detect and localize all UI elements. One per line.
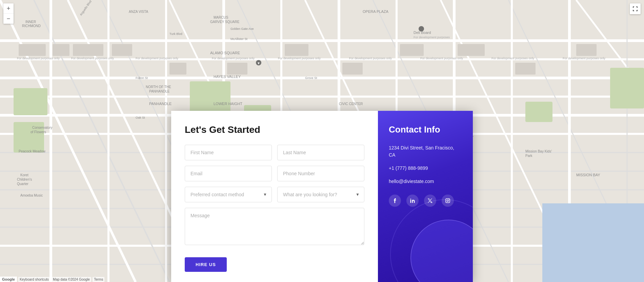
email-phone-row — [185, 166, 364, 181]
svg-text:MARCUS: MARCUS — [214, 16, 228, 19]
map-data-attribution: Map data ©2024 Google — [52, 277, 91, 282]
svg-text:For development purposes only: For development purposes only — [420, 57, 463, 60]
first-name-field — [185, 145, 272, 160]
svg-text:ALAMO SQUARE: ALAMO SQUARE — [210, 51, 240, 55]
svg-rect-38 — [14, 88, 47, 115]
contact-method-select[interactable]: Preferred contact method Email Phone Tex… — [185, 187, 272, 202]
svg-text:For development purposes: For development purposes — [414, 36, 450, 39]
submit-button[interactable]: HIRE US — [185, 257, 227, 272]
facebook-icon[interactable] — [389, 195, 401, 207]
svg-rect-46 — [112, 44, 132, 56]
contact-email: hello@diviestate.com — [389, 178, 462, 185]
svg-text:Turk Blvd: Turk Blvd — [169, 32, 182, 36]
svg-text:INNER: INNER — [25, 20, 36, 24]
svg-text:PANHANDLE: PANHANDLE — [149, 102, 172, 106]
linkedin-icon[interactable] — [406, 195, 419, 207]
zoom-in-button[interactable]: + — [3, 3, 14, 14]
svg-point-105 — [449, 199, 449, 200]
looking-for-select[interactable]: What are you looking for? Buying Selling… — [277, 187, 364, 202]
svg-text:MISSION BAY: MISSION BAY — [576, 173, 600, 177]
last-name-field — [277, 145, 364, 160]
keyboard-shortcuts-link[interactable]: Keyboard shortcuts — [18, 277, 50, 282]
svg-rect-41 — [525, 102, 552, 122]
svg-rect-36 — [190, 81, 230, 115]
svg-text:OPERA PLAZA: OPERA PLAZA — [363, 9, 388, 14]
svg-rect-40 — [610, 68, 644, 108]
form-title: Let's Get Started — [185, 124, 364, 135]
fullscreen-icon — [632, 6, 638, 12]
google-attribution: Google Keyboard shortcuts Map data ©2024… — [0, 277, 104, 282]
svg-text:Grove St: Grove St — [305, 76, 317, 80]
first-name-input[interactable] — [185, 145, 272, 160]
svg-rect-50 — [342, 63, 363, 75]
svg-rect-52 — [458, 44, 485, 56]
social-icons — [389, 195, 462, 207]
svg-text:HAYES VALLEY: HAYES VALLEY — [214, 75, 241, 79]
contact-address: 1234 Divi Street, San Fracisco, CA — [389, 144, 462, 159]
svg-rect-47 — [169, 63, 186, 75]
phone-field — [277, 166, 364, 181]
svg-text:For development purposes only: For development purposes only — [136, 57, 179, 60]
svg-text:NORTH OF THE: NORTH OF THE — [146, 85, 171, 89]
svg-text:Fulton St: Fulton St — [136, 76, 148, 80]
svg-text:▼: ▼ — [257, 61, 260, 65]
svg-text:Children's: Children's — [17, 178, 32, 181]
svg-text:of Flowers: of Flowers — [31, 130, 46, 134]
svg-text:Park: Park — [525, 154, 533, 158]
message-field — [185, 208, 364, 246]
svg-text:For development purposes only: For development purposes only — [278, 57, 321, 60]
map-controls: + − — [3, 3, 14, 24]
svg-text:RICHMOND: RICHMOND — [22, 24, 41, 28]
message-row — [185, 208, 364, 246]
message-input[interactable] — [185, 208, 364, 245]
email-field — [185, 166, 272, 181]
svg-rect-42 — [542, 203, 644, 282]
modal-container: Let's Get Started Preferred contact meth… — [171, 111, 473, 282]
svg-text:Mission Bay Kids': Mission Bay Kids' — [525, 149, 552, 153]
svg-rect-53 — [515, 63, 536, 75]
instagram-icon[interactable] — [442, 195, 454, 207]
email-input[interactable] — [185, 166, 272, 181]
svg-text:Koret: Koret — [20, 173, 28, 177]
svg-text:Amoeba Music: Amoeba Music — [20, 194, 43, 197]
terms-link[interactable]: Terms — [93, 277, 104, 282]
contact-panel: Contact Info 1234 Divi Street, San Fraci… — [378, 111, 473, 282]
svg-rect-44 — [53, 44, 69, 56]
svg-rect-45 — [73, 44, 103, 56]
svg-text:Peacock Meadow: Peacock Meadow — [19, 149, 46, 153]
contact-phone: +1 (777) 888-9899 — [389, 165, 462, 172]
svg-text:For development purposes only: For development purposes only — [491, 57, 535, 60]
svg-text:Deli Board: Deli Board — [414, 31, 431, 35]
svg-rect-43 — [19, 44, 46, 56]
svg-rect-48 — [227, 63, 247, 75]
svg-rect-54 — [576, 44, 597, 56]
name-row — [185, 145, 364, 160]
svg-text:Golden Gate Ave: Golden Gate Ave — [230, 27, 254, 31]
fullscreen-button[interactable] — [630, 3, 641, 14]
svg-text:For development purposes only: For development purposes only — [212, 57, 255, 60]
svg-text:For development purposes only: For development purposes only — [17, 57, 60, 60]
svg-text:Conservatory: Conservatory — [32, 126, 52, 129]
svg-point-104 — [447, 200, 449, 202]
zoom-out-button[interactable]: − — [3, 14, 14, 24]
looking-for-wrapper: What are you looking for? Buying Selling… — [277, 187, 364, 202]
form-panel: Let's Get Started Preferred contact meth… — [171, 111, 378, 282]
contact-method-wrapper: Preferred contact method Email Phone Tex… — [185, 187, 272, 202]
svg-text:For development purposes only: For development purposes only — [563, 57, 606, 60]
svg-text:ANZA VISTA: ANZA VISTA — [129, 10, 148, 14]
svg-rect-103 — [446, 199, 450, 203]
svg-text:Oak St: Oak St — [136, 116, 145, 119]
last-name-input[interactable] — [277, 145, 364, 160]
phone-input[interactable] — [277, 166, 364, 181]
select-row: Preferred contact method Email Phone Tex… — [185, 187, 364, 202]
twitter-x-icon[interactable] — [424, 195, 436, 207]
svg-text:CIVIC CENTER: CIVIC CENTER — [339, 102, 363, 106]
svg-text:For development purposes only: For development purposes only — [71, 57, 114, 60]
svg-text:Quarter: Quarter — [17, 182, 29, 186]
svg-text:For development purposes only: For development purposes only — [349, 57, 392, 60]
contact-title: Contact Info — [389, 124, 462, 135]
svg-text:McAllister St: McAllister St — [230, 37, 248, 41]
svg-rect-51 — [400, 44, 424, 56]
svg-text:PANHANDLE: PANHANDLE — [149, 89, 170, 93]
svg-text:GARVEY SQUARE: GARVEY SQUARE — [210, 20, 240, 24]
